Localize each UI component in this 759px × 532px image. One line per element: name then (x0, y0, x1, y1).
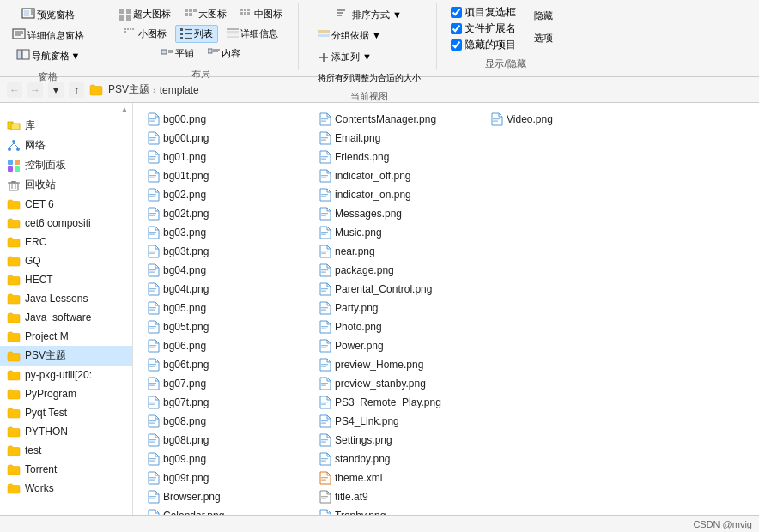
hidden-checkbox-input[interactable] (451, 39, 462, 51)
flat-btn[interactable]: 平铺 (156, 45, 199, 63)
sidebar-item-hect[interactable]: HECT (0, 270, 132, 289)
list-view-btn[interactable]: 列表 (175, 25, 218, 43)
ext-checkbox-label[interactable]: 文件扩展名 (451, 21, 516, 36)
small-icon-btn[interactable]: 小图标 (119, 25, 172, 43)
file-item[interactable]: PS3_Remote_Play.png (315, 393, 487, 412)
sidebar-item-pyqt[interactable]: Pyqt Test (0, 403, 132, 422)
file-item[interactable]: standby.png (315, 450, 487, 469)
sidebar-item-library[interactable]: 库 (0, 116, 132, 136)
sidebar-item-gq[interactable]: GQ (0, 251, 132, 270)
file-item[interactable]: bg03.png (143, 223, 315, 242)
ext-checkbox-input[interactable] (451, 23, 462, 34)
xlarge-icon-btn[interactable]: 超大图标 (114, 5, 176, 23)
up-btn[interactable]: ↑ (69, 82, 84, 98)
sort-label: 排序方式 ▼ (352, 9, 402, 21)
file-item[interactable]: bg00t.png (143, 129, 315, 148)
detail-view-btn[interactable]: 详细信息 (222, 25, 283, 43)
file-item[interactable]: bg01t.png (143, 166, 315, 185)
sidebar-item-psv[interactable]: PSV主题 (0, 346, 132, 366)
file-item[interactable]: theme.xml (315, 469, 487, 487)
sidebar-scroll-up[interactable]: ▲ (120, 105, 129, 114)
nav-pane-btn[interactable]: 导航窗格▼ (11, 46, 86, 65)
file-name: Settings.png (335, 434, 392, 446)
file-item[interactable]: Power.png (315, 336, 487, 355)
sidebar-item-pyprog[interactable]: PyProgram (0, 384, 132, 403)
file-item[interactable]: bg02.png (143, 185, 315, 204)
sidebar-item-erc[interactable]: ERC (0, 233, 132, 251)
file-item[interactable]: indicator_on.png (315, 185, 487, 204)
sidebar-item-works[interactable]: Works (0, 479, 132, 498)
file-item[interactable]: indicator_off.png (315, 166, 487, 185)
breadcrumb-psv[interactable]: PSV主题 (108, 82, 149, 97)
file-item[interactable]: bg07t.png (143, 393, 315, 412)
file-item[interactable]: Email.png (315, 129, 487, 148)
sidebar-item-control[interactable]: 控制面板 (0, 155, 132, 175)
sidebar-item-torrent[interactable]: Torrent (0, 460, 132, 479)
content-btn[interactable]: 内容 (203, 45, 246, 63)
sidebar-item-python[interactable]: PYTHON (0, 422, 132, 441)
file-item[interactable]: bg09t.png (143, 469, 315, 487)
recent-btn[interactable]: ▾ (48, 82, 64, 98)
sidebar-item-cet6[interactable]: CET 6 (0, 195, 132, 214)
sidebar-item-java[interactable]: Java Lessons (0, 289, 132, 308)
file-item[interactable]: bg08t.png (143, 431, 315, 450)
file-item[interactable]: bg06t.png (143, 355, 315, 374)
preview-pane-btn[interactable]: 预览窗格 (16, 5, 80, 24)
file-item[interactable]: Music.png (315, 223, 487, 242)
file-item[interactable]: bg00.png (143, 110, 315, 129)
sidebar-item-recycle[interactable]: 回收站 (0, 175, 132, 195)
file-item[interactable]: Video.png (487, 110, 641, 129)
file-item[interactable]: Settings.png (315, 431, 487, 450)
sidebar-item-network[interactable]: 网络 (0, 136, 132, 155)
svg-rect-159 (321, 480, 326, 481)
details-pane-btn[interactable]: 详细信息窗格 (7, 26, 89, 45)
file-item[interactable]: bg07.png (143, 374, 315, 393)
groupby-btn[interactable]: 分组依据 ▼ (313, 27, 426, 45)
file-item[interactable]: Photo.png (315, 317, 487, 336)
hide-btn[interactable]: 隐藏 (526, 5, 561, 24)
file-item[interactable]: bg09.png (143, 450, 315, 469)
sidebar-item-projm[interactable]: Project M (0, 327, 132, 346)
sort-btn[interactable]: 排序方式 ▼ (331, 5, 407, 24)
file-item[interactable]: bg04.png (143, 261, 315, 280)
sidebar-item-javas[interactable]: Java_software (0, 308, 132, 327)
file-item[interactable]: Browser.png (143, 487, 315, 506)
svg-rect-147 (321, 366, 326, 367)
file-item[interactable]: Trophy.png (315, 506, 487, 515)
file-item[interactable]: Calendar.png (143, 506, 315, 515)
medium-icon-btn[interactable]: 中图标 (235, 5, 288, 23)
sidebar-item-test[interactable]: test (0, 441, 132, 460)
file-item[interactable]: bg05.png (143, 299, 315, 317)
file-item[interactable]: bg04t.png (143, 280, 315, 299)
file-item[interactable]: preview_stanby.png (315, 374, 487, 393)
file-item[interactable]: title.at9 (315, 487, 487, 506)
fitcol-btn[interactable]: 将所有列调整为合适的大小 (313, 70, 426, 87)
file-item[interactable]: Party.png (315, 299, 487, 317)
file-item[interactable]: near.png (315, 242, 487, 261)
file-item[interactable]: bg02t.png (143, 204, 315, 223)
file-item[interactable]: bg06.png (143, 336, 315, 355)
large-icon-btn[interactable]: 大图标 (179, 5, 232, 23)
forward-btn[interactable]: → (27, 82, 43, 98)
file-item[interactable]: bg03t.png (143, 242, 315, 261)
file-item[interactable]: Parental_Control.png (315, 280, 487, 299)
breadcrumb-template[interactable]: template (160, 84, 199, 96)
file-item[interactable]: ContentsManager.png (315, 110, 487, 129)
options-btn[interactable]: 选项 (526, 27, 561, 46)
file-item[interactable]: package.png (315, 261, 487, 280)
file-item[interactable]: bg08.png (143, 412, 315, 431)
cb-checkbox-label[interactable]: 项目复选框 (451, 5, 516, 20)
file-item[interactable]: Messages.png (315, 204, 487, 223)
hidden-checkbox-label[interactable]: 隐藏的项目 (451, 38, 516, 52)
flat-icon (161, 48, 173, 60)
back-btn[interactable]: ← (7, 82, 22, 98)
file-item[interactable]: Friends.png (315, 148, 487, 166)
addcol-btn[interactable]: 添加列 ▼ (313, 48, 426, 66)
sidebar-item-pypkg[interactable]: py-pkg-utill[20: (0, 366, 132, 384)
sidebar-item-cet6c[interactable]: cet6 compositi (0, 214, 132, 233)
file-item[interactable]: bg05t.png (143, 317, 315, 336)
item-checkbox-input[interactable] (451, 7, 462, 18)
file-item[interactable]: PS4_Link.png (315, 412, 487, 431)
file-item[interactable]: preview_Home.png (315, 355, 487, 374)
file-item[interactable]: bg01.png (143, 148, 315, 166)
